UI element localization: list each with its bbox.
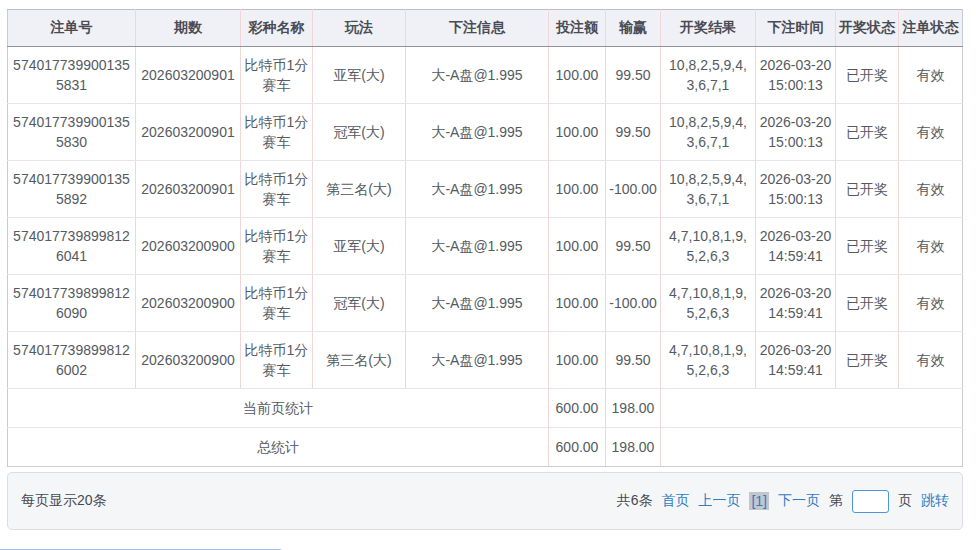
period-cell: 202603200901	[136, 161, 241, 218]
play-type-cell: 亚军(大)	[313, 218, 406, 275]
table-row: 5740177399001355831202603200901比特币1分赛车亚军…	[8, 47, 963, 104]
grand-total-summary-row: 总统计 600.00 198.00	[8, 428, 963, 467]
lottery-name-cell: 比特币1分赛车	[241, 332, 313, 389]
play-type-cell: 冠军(大)	[313, 275, 406, 332]
win-loss-cell: 99.50	[606, 332, 661, 389]
order-id-cell: 5740177399001355831	[8, 47, 136, 104]
column-header: 期数	[136, 10, 241, 47]
column-header: 彩种名称	[241, 10, 313, 47]
period-cell: 202603200900	[136, 275, 241, 332]
summary-empty-cell	[661, 428, 963, 467]
bet-records-page: 注单号期数彩种名称玩法下注信息投注额输赢开奖结果下注时间开奖状态注单状态 574…	[0, 9, 976, 550]
summary-empty-cell	[661, 389, 963, 428]
column-header: 玩法	[313, 10, 406, 47]
draw-status-cell: 已开奖	[836, 104, 899, 161]
play-type-cell: 亚军(大)	[313, 47, 406, 104]
bet-time-cell: 2026-03-20 15:00:13	[756, 47, 836, 104]
bet-amount-cell: 100.00	[549, 161, 606, 218]
order-id-cell: 5740177398998126041	[8, 218, 136, 275]
bet-time-cell: 2026-03-20 15:00:13	[756, 104, 836, 161]
column-header: 输赢	[606, 10, 661, 47]
bet-time-cell: 2026-03-20 14:59:41	[756, 218, 836, 275]
table-row: 5740177398998126002202603200900比特币1分赛车第三…	[8, 332, 963, 389]
current-page-indicator[interactable]: [1]	[749, 492, 769, 510]
win-loss-cell: -100.00	[606, 161, 661, 218]
order-status-cell: 有效	[899, 104, 963, 161]
draw-result-cell: 4,7,10,8,1,9,5,2,6,3	[661, 332, 756, 389]
bet-info-cell: 大-A盘@1.995	[406, 218, 549, 275]
page-jump-prefix-label: 第	[829, 492, 843, 510]
column-header: 下注时间	[756, 10, 836, 47]
draw-status-cell: 已开奖	[836, 161, 899, 218]
play-type-cell: 第三名(大)	[313, 332, 406, 389]
bet-info-cell: 大-A盘@1.995	[406, 275, 549, 332]
page-jump-input[interactable]	[852, 490, 889, 513]
column-header: 投注额	[549, 10, 606, 47]
play-type-cell: 第三名(大)	[313, 161, 406, 218]
draw-status-cell: 已开奖	[836, 275, 899, 332]
jump-link[interactable]: 跳转	[921, 492, 949, 510]
period-cell: 202603200900	[136, 332, 241, 389]
order-status-cell: 有效	[899, 275, 963, 332]
prev-page-link[interactable]: 上一页	[698, 492, 740, 510]
lottery-name-cell: 比特币1分赛车	[241, 218, 313, 275]
bet-info-cell: 大-A盘@1.995	[406, 47, 549, 104]
table-row: 5740177398998126041202603200900比特币1分赛车亚军…	[8, 218, 963, 275]
bet-info-cell: 大-A盘@1.995	[406, 104, 549, 161]
table-header-row: 注单号期数彩种名称玩法下注信息投注额输赢开奖结果下注时间开奖状态注单状态	[8, 10, 963, 47]
period-cell: 202603200900	[136, 218, 241, 275]
order-id-cell: 5740177399001355892	[8, 161, 136, 218]
draw-result-cell: 4,7,10,8,1,9,5,2,6,3	[661, 218, 756, 275]
column-header: 下注信息	[406, 10, 549, 47]
current-page-summary-row: 当前页统计 600.00 198.00	[8, 389, 963, 428]
table-row: 5740177399001355892202603200901比特币1分赛车第三…	[8, 161, 963, 218]
bet-time-cell: 2026-03-20 14:59:41	[756, 275, 836, 332]
column-header: 注单号	[8, 10, 136, 47]
bet-time-cell: 2026-03-20 14:59:41	[756, 332, 836, 389]
bet-amount-cell: 100.00	[549, 275, 606, 332]
table-row: 5740177398998126090202603200900比特币1分赛车冠军…	[8, 275, 963, 332]
bet-amount-cell: 100.00	[549, 332, 606, 389]
first-page-link[interactable]: 首页	[661, 492, 689, 510]
win-loss-cell: 99.50	[606, 218, 661, 275]
period-cell: 202603200901	[136, 47, 241, 104]
summary-label: 当前页统计	[8, 389, 549, 428]
draw-result-cell: 10,8,2,5,9,4,3,6,7,1	[661, 161, 756, 218]
order-status-cell: 有效	[899, 218, 963, 275]
win-loss-cell: 99.50	[606, 47, 661, 104]
draw-status-cell: 已开奖	[836, 332, 899, 389]
lottery-name-cell: 比特币1分赛车	[241, 104, 313, 161]
draw-result-cell: 10,8,2,5,9,4,3,6,7,1	[661, 104, 756, 161]
lottery-name-cell: 比特币1分赛车	[241, 275, 313, 332]
summary-bet-total: 600.00	[549, 428, 606, 467]
order-id-cell: 5740177398998126002	[8, 332, 136, 389]
bet-records-table: 注单号期数彩种名称玩法下注信息投注额输赢开奖结果下注时间开奖状态注单状态 574…	[7, 9, 963, 467]
next-page-link[interactable]: 下一页	[778, 492, 820, 510]
bet-time-cell: 2026-03-20 15:00:13	[756, 161, 836, 218]
column-header: 注单状态	[899, 10, 963, 47]
order-status-cell: 有效	[899, 332, 963, 389]
page-jump-suffix-label: 页	[898, 492, 912, 510]
period-cell: 202603200901	[136, 104, 241, 161]
order-status-cell: 有效	[899, 47, 963, 104]
order-id-cell: 5740177399001355830	[8, 104, 136, 161]
win-loss-cell: -100.00	[606, 275, 661, 332]
bet-amount-cell: 100.00	[549, 104, 606, 161]
draw-result-cell: 10,8,2,5,9,4,3,6,7,1	[661, 47, 756, 104]
summary-label: 总统计	[8, 428, 549, 467]
summary-bet-total: 600.00	[549, 389, 606, 428]
bet-info-cell: 大-A盘@1.995	[406, 161, 549, 218]
draw-status-cell: 已开奖	[836, 218, 899, 275]
win-loss-cell: 99.50	[606, 104, 661, 161]
order-status-cell: 有效	[899, 161, 963, 218]
table-row: 5740177399001355830202603200901比特币1分赛车冠军…	[8, 104, 963, 161]
column-header: 开奖结果	[661, 10, 756, 47]
bet-amount-cell: 100.00	[549, 218, 606, 275]
play-type-cell: 冠军(大)	[313, 104, 406, 161]
pagination-bar: 每页显示20条 共6条 首页 上一页 [1] 下一页 第 页 跳转	[7, 472, 963, 530]
total-count-label: 共6条	[617, 492, 653, 510]
bet-amount-cell: 100.00	[549, 47, 606, 104]
draw-result-cell: 4,7,10,8,1,9,5,2,6,3	[661, 275, 756, 332]
column-header: 开奖状态	[836, 10, 899, 47]
lottery-name-cell: 比特币1分赛车	[241, 47, 313, 104]
